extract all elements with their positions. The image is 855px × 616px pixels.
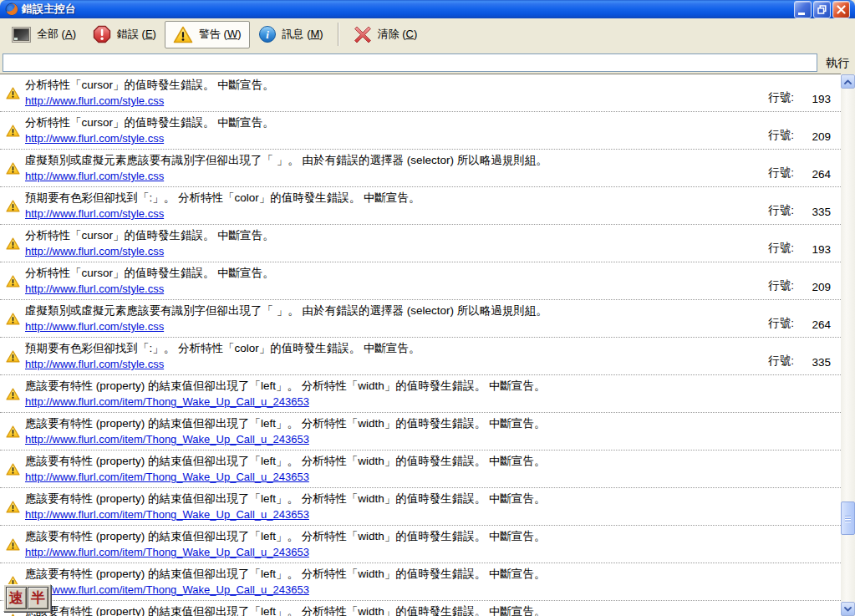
code-input[interactable] (3, 53, 817, 72)
console-message-row: 應該要有特性 (property) 的結束值但卻出現了「left」。 分析特性「… (0, 488, 841, 526)
source-link[interactable]: http://www.flurl.com/item/Thong_Wake_Up_… (25, 582, 309, 598)
ime-input-method-button[interactable]: 速 (6, 587, 27, 609)
console-message-row: 分析特性「cursor」的值時發生錯誤。 中斷宣告。 http://www.fl… (0, 112, 841, 150)
console-icon (12, 27, 31, 43)
toolbar-button-label: 訊息 (M) (282, 27, 323, 42)
toolbar: 全部 (A) 錯誤 (E) (0, 18, 855, 50)
line-number-label: 行號: (768, 165, 794, 181)
warning-icon (0, 112, 25, 149)
minimize-icon (798, 13, 805, 15)
toolbar-separator (338, 23, 339, 46)
toolbar-button-label: 錯誤 (E) (117, 27, 156, 42)
warning-icon (173, 26, 193, 43)
thumb-grip (845, 518, 851, 519)
console-chrome: 全部 (A) 錯誤 (E) (0, 18, 855, 74)
console-message-row: 應該要有特性 (property) 的結束值但卻出現了「left」。 分析特性「… (0, 601, 841, 616)
close-button[interactable] (832, 1, 850, 18)
clear-icon (354, 25, 372, 43)
source-link[interactable]: http://www.flurl.com/style.css (25, 243, 164, 259)
console-message-row: 應該要有特性 (property) 的結束值但卻出現了「left」。 分析特性「… (0, 563, 841, 601)
warning-icon (0, 262, 25, 299)
chevron-up-icon (844, 79, 852, 84)
warning-icon (0, 74, 25, 111)
message-text: 應該要有特性 (property) 的結束值但卻出現了「left」。 分析特性「… (25, 453, 794, 469)
line-number-value: 264 (807, 168, 831, 181)
source-link[interactable]: http://www.flurl.com/item/Thong_Wake_Up_… (25, 469, 309, 485)
close-icon (837, 5, 846, 14)
console-messages-list: 分析特性「cursor」的值時發生錯誤。 中斷宣告。 http://www.fl… (0, 74, 841, 616)
toolbar-button-warnings[interactable]: 警告 (W) (165, 21, 250, 48)
error-console-window: 錯誤主控台 (0, 0, 855, 616)
toolbar-button-messages[interactable]: i 訊息 (M) (250, 21, 332, 48)
restore-button[interactable] (813, 1, 831, 18)
scrollbar-thumb[interactable] (841, 501, 855, 535)
warning-icon (0, 338, 25, 374)
toolbar-button-clear[interactable]: 清除 (C) (345, 21, 426, 48)
scroll-up-button[interactable] (841, 74, 855, 89)
window-controls (794, 1, 850, 18)
line-number-label: 行號: (768, 128, 794, 143)
source-link[interactable]: http://www.flurl.com/style.css (25, 206, 164, 221)
line-number-label: 行號: (768, 278, 794, 293)
source-link[interactable]: http://www.flurl.com/style.css (25, 93, 164, 109)
console-message-row: 應該要有特性 (property) 的結束值但卻出現了「left」。 分析特性「… (0, 375, 841, 413)
toolbar-button-errors[interactable]: 錯誤 (E) (84, 21, 165, 48)
console-message-row: 分析特性「cursor」的值時發生錯誤。 中斷宣告。 http://www.fl… (0, 225, 841, 262)
source-link[interactable]: http://www.flurl.com/style.css (25, 168, 164, 184)
line-number-value: 335 (807, 356, 831, 369)
line-number-label: 行號: (768, 203, 794, 218)
message-text: 預期要有色彩但卻找到「:」。 分析特性「color」的值時發生錯誤。 中斷宣告。 (25, 340, 768, 356)
message-text: 應該要有特性 (property) 的結束值但卻出現了「left」。 分析特性「… (25, 603, 794, 616)
line-number: 行號: 209 (768, 112, 841, 149)
titlebar[interactable]: 錯誤主控台 (0, 0, 855, 18)
line-number: 行號: 193 (768, 225, 841, 262)
line-number: 行號: 335 (768, 338, 841, 374)
evaluate-row: 執行 (0, 52, 855, 74)
source-link[interactable]: http://www.flurl.com/item/Thong_Wake_Up_… (25, 431, 309, 447)
console-message-row: 應該要有特性 (property) 的結束值但卻出現了「left」。 分析特性「… (0, 451, 841, 488)
warning-icon (0, 300, 25, 337)
line-number-value: 209 (807, 130, 831, 143)
source-link[interactable]: http://www.flurl.com/style.css (25, 130, 164, 146)
message-text: 虛擬類別或虛擬元素應該要有識別字但卻出現了「 」。 由於有錯誤的選擇器 (sel… (25, 152, 768, 168)
message-text: 分析特性「cursor」的值時發生錯誤。 中斷宣告。 (25, 265, 768, 281)
line-number: 行號: 209 (768, 262, 841, 299)
toolbar-button-all[interactable]: 全部 (A) (3, 21, 84, 48)
line-number: 行號: 193 (768, 74, 841, 111)
warning-icon (0, 187, 25, 224)
chevron-down-icon (844, 607, 852, 612)
warning-icon (0, 150, 25, 186)
line-number-label: 行號: (768, 90, 794, 105)
info-icon: i (258, 25, 277, 43)
source-link[interactable]: http://www.flurl.com/item/Thong_Wake_Up_… (25, 507, 309, 522)
evaluate-button[interactable]: 執行 (826, 56, 849, 71)
line-number-value: 193 (807, 243, 831, 256)
message-text: 虛擬類別或虛擬元素應該要有識別字但卻出現了「 」。 由於有錯誤的選擇器 (sel… (25, 303, 768, 318)
scroll-down-button[interactable] (841, 602, 855, 616)
line-number-label: 行號: (768, 316, 794, 331)
line-number: 行號: 335 (768, 187, 841, 224)
ime-halfwidth-button[interactable]: 半 (28, 587, 48, 609)
source-link[interactable]: http://www.flurl.com/item/Thong_Wake_Up_… (25, 544, 309, 560)
source-link[interactable]: http://www.flurl.com/style.css (25, 281, 164, 297)
minimize-button[interactable] (794, 1, 812, 18)
warning-icon (0, 375, 25, 412)
message-text: 應該要有特性 (property) 的結束值但卻出現了「left」。 分析特性「… (25, 415, 794, 431)
console-message-row: 虛擬類別或虛擬元素應該要有識別字但卻出現了「 」。 由於有錯誤的選擇器 (sel… (0, 150, 841, 187)
vertical-scrollbar (841, 74, 855, 616)
line-number-label: 行號: (768, 354, 794, 369)
message-text: 應該要有特性 (property) 的結束值但卻出現了「left」。 分析特性「… (25, 491, 794, 507)
source-link[interactable]: http://www.flurl.com/item/Thong_Wake_Up_… (25, 394, 309, 410)
source-link[interactable]: http://www.flurl.com/style.css (25, 318, 164, 334)
line-number: 行號: 264 (768, 300, 841, 337)
console-message-row: 預期要有色彩但卻找到「:」。 分析特性「color」的值時發生錯誤。 中斷宣告。… (0, 338, 841, 375)
warning-icon (0, 526, 25, 563)
console-message-row: 應該要有特性 (property) 的結束值但卻出現了「left」。 分析特性「… (0, 413, 841, 451)
source-link[interactable]: http://www.flurl.com/style.css (25, 356, 164, 372)
console-message-row: 虛擬類別或虛擬元素應該要有識別字但卻出現了「 」。 由於有錯誤的選擇器 (sel… (0, 300, 841, 338)
error-icon (93, 25, 111, 43)
message-text: 應該要有特性 (property) 的結束值但卻出現了「left」。 分析特性「… (25, 378, 794, 394)
warning-icon (0, 488, 25, 525)
console-message-row: 應該要有特性 (property) 的結束值但卻出現了「left」。 分析特性「… (0, 526, 841, 563)
warning-icon (0, 225, 25, 262)
